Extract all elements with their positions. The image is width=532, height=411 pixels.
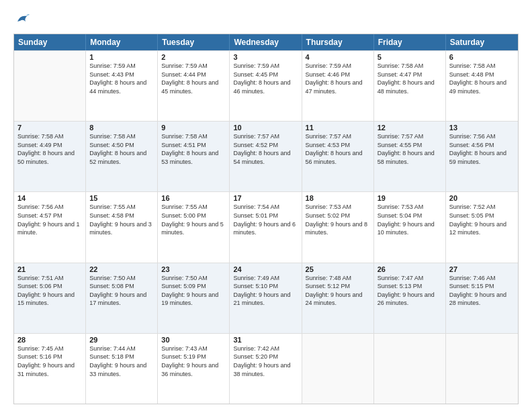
day-number: 29 [89,336,154,344]
calendar-cell: 21Sunrise: 7:51 AM Sunset: 5:06 PM Dayli… [14,263,86,333]
day-info: Sunrise: 7:57 AM Sunset: 4:53 PM Dayligh… [306,132,370,166]
day-info: Sunrise: 7:55 AM Sunset: 4:58 PM Dayligh… [89,203,154,236]
calendar-cell [374,334,446,404]
weekday-header: Saturday [446,34,518,50]
calendar-cell: 13Sunrise: 7:56 AM Sunset: 4:56 PM Dayli… [446,122,518,191]
calendar-cell: 19Sunrise: 7:53 AM Sunset: 5:04 PM Dayli… [374,192,446,262]
day-info: Sunrise: 7:56 AM Sunset: 4:56 PM Dayligh… [449,132,515,166]
calendar-row: 14Sunrise: 7:56 AM Sunset: 4:57 PM Dayli… [14,191,518,262]
day-info: Sunrise: 7:54 AM Sunset: 5:01 PM Dayligh… [233,203,298,236]
day-number: 8 [89,124,154,132]
day-number: 5 [378,53,442,61]
weekday-header: Monday [86,34,158,50]
calendar-cell: 22Sunrise: 7:50 AM Sunset: 5:08 PM Dayli… [86,263,158,333]
day-number: 26 [378,265,442,273]
calendar-row: 21Sunrise: 7:51 AM Sunset: 5:06 PM Dayli… [14,263,518,333]
calendar-cell: 25Sunrise: 7:48 AM Sunset: 5:12 PM Dayli… [302,263,374,333]
day-number: 10 [233,124,298,132]
day-number: 27 [449,265,515,273]
weekday-header: Wednesday [230,34,302,50]
calendar-cell: 14Sunrise: 7:56 AM Sunset: 4:57 PM Dayli… [14,192,86,262]
calendar-cell: 9Sunrise: 7:58 AM Sunset: 4:51 PM Daylig… [158,122,230,191]
day-info: Sunrise: 7:57 AM Sunset: 4:52 PM Dayligh… [233,132,298,166]
calendar-cell: 6Sunrise: 7:58 AM Sunset: 4:48 PM Daylig… [446,51,518,121]
calendar-grid: SundayMondayTuesdayWednesdayThursdayFrid… [13,34,519,404]
day-number: 11 [306,124,370,132]
day-number: 18 [306,194,370,202]
day-info: Sunrise: 7:58 AM Sunset: 4:47 PM Dayligh… [378,62,442,95]
calendar-cell: 27Sunrise: 7:46 AM Sunset: 5:15 PM Dayli… [446,263,518,333]
day-info: Sunrise: 7:56 AM Sunset: 4:57 PM Dayligh… [17,203,82,236]
day-number: 31 [233,336,298,344]
calendar-header: SundayMondayTuesdayWednesdayThursdayFrid… [14,34,518,50]
calendar-cell: 8Sunrise: 7:58 AM Sunset: 4:50 PM Daylig… [86,122,158,191]
day-info: Sunrise: 7:53 AM Sunset: 5:04 PM Dayligh… [378,203,442,236]
day-number: 28 [17,336,82,344]
day-info: Sunrise: 7:58 AM Sunset: 4:51 PM Dayligh… [161,132,226,166]
calendar-row: 28Sunrise: 7:45 AM Sunset: 5:16 PM Dayli… [14,333,518,404]
logo-bird-icon [15,12,30,27]
calendar-cell: 4Sunrise: 7:59 AM Sunset: 4:46 PM Daylig… [302,51,374,121]
calendar-cell: 7Sunrise: 7:58 AM Sunset: 4:49 PM Daylig… [14,122,86,191]
day-info: Sunrise: 7:50 AM Sunset: 5:09 PM Dayligh… [161,274,226,308]
calendar-cell: 2Sunrise: 7:59 AM Sunset: 4:44 PM Daylig… [158,51,230,121]
day-info: Sunrise: 7:59 AM Sunset: 4:46 PM Dayligh… [306,62,370,95]
day-info: Sunrise: 7:45 AM Sunset: 5:16 PM Dayligh… [17,345,82,378]
day-number: 6 [449,53,515,61]
weekday-header: Tuesday [158,34,230,50]
day-number: 2 [161,53,226,61]
calendar-cell: 17Sunrise: 7:54 AM Sunset: 5:01 PM Dayli… [230,192,302,262]
day-info: Sunrise: 7:46 AM Sunset: 5:15 PM Dayligh… [449,274,515,308]
calendar-cell [14,51,86,121]
logo [13,12,30,27]
calendar-cell: 29Sunrise: 7:44 AM Sunset: 5:18 PM Dayli… [86,334,158,404]
day-number: 4 [306,53,370,61]
day-number: 24 [233,265,298,273]
day-info: Sunrise: 7:58 AM Sunset: 4:50 PM Dayligh… [89,132,154,166]
day-info: Sunrise: 7:43 AM Sunset: 5:19 PM Dayligh… [161,345,226,378]
header [13,12,519,27]
calendar-cell: 28Sunrise: 7:45 AM Sunset: 5:16 PM Dayli… [14,334,86,404]
day-info: Sunrise: 7:59 AM Sunset: 4:45 PM Dayligh… [233,62,298,95]
day-number: 9 [161,124,226,132]
calendar-cell: 5Sunrise: 7:58 AM Sunset: 4:47 PM Daylig… [374,51,446,121]
day-number: 7 [17,124,82,132]
day-info: Sunrise: 7:58 AM Sunset: 4:49 PM Dayligh… [17,132,82,166]
calendar-cell: 15Sunrise: 7:55 AM Sunset: 4:58 PM Dayli… [86,192,158,262]
day-info: Sunrise: 7:58 AM Sunset: 4:48 PM Dayligh… [449,62,515,95]
calendar-cell [302,334,374,404]
day-number: 3 [233,53,298,61]
calendar-cell: 31Sunrise: 7:42 AM Sunset: 5:20 PM Dayli… [230,334,302,404]
day-info: Sunrise: 7:52 AM Sunset: 5:05 PM Dayligh… [449,203,515,236]
calendar-body: 1Sunrise: 7:59 AM Sunset: 4:43 PM Daylig… [14,50,518,404]
calendar-cell: 10Sunrise: 7:57 AM Sunset: 4:52 PM Dayli… [230,122,302,191]
calendar-cell: 23Sunrise: 7:50 AM Sunset: 5:09 PM Dayli… [158,263,230,333]
day-number: 23 [161,265,226,273]
calendar-cell: 16Sunrise: 7:55 AM Sunset: 5:00 PM Dayli… [158,192,230,262]
day-info: Sunrise: 7:51 AM Sunset: 5:06 PM Dayligh… [17,274,82,308]
day-number: 19 [378,194,442,202]
day-number: 25 [306,265,370,273]
calendar-cell: 24Sunrise: 7:49 AM Sunset: 5:10 PM Dayli… [230,263,302,333]
calendar-page: SundayMondayTuesdayWednesdayThursdayFrid… [0,0,532,411]
day-number: 20 [449,194,515,202]
calendar-cell: 20Sunrise: 7:52 AM Sunset: 5:05 PM Dayli… [446,192,518,262]
calendar-cell: 30Sunrise: 7:43 AM Sunset: 5:19 PM Dayli… [158,334,230,404]
day-number: 13 [449,124,515,132]
calendar-cell: 1Sunrise: 7:59 AM Sunset: 4:43 PM Daylig… [86,51,158,121]
day-info: Sunrise: 7:48 AM Sunset: 5:12 PM Dayligh… [306,274,370,308]
calendar-row: 1Sunrise: 7:59 AM Sunset: 4:43 PM Daylig… [14,50,518,121]
calendar-cell: 18Sunrise: 7:53 AM Sunset: 5:02 PM Dayli… [302,192,374,262]
day-info: Sunrise: 7:59 AM Sunset: 4:43 PM Dayligh… [89,62,154,95]
day-number: 15 [89,194,154,202]
weekday-header: Thursday [302,34,374,50]
day-info: Sunrise: 7:53 AM Sunset: 5:02 PM Dayligh… [306,203,370,236]
day-info: Sunrise: 7:42 AM Sunset: 5:20 PM Dayligh… [233,345,298,378]
day-number: 12 [378,124,442,132]
calendar-cell [446,334,518,404]
day-info: Sunrise: 7:57 AM Sunset: 4:55 PM Dayligh… [378,132,442,166]
calendar-cell: 11Sunrise: 7:57 AM Sunset: 4:53 PM Dayli… [302,122,374,191]
calendar-row: 7Sunrise: 7:58 AM Sunset: 4:49 PM Daylig… [14,121,518,191]
day-info: Sunrise: 7:49 AM Sunset: 5:10 PM Dayligh… [233,274,298,308]
day-info: Sunrise: 7:55 AM Sunset: 5:00 PM Dayligh… [161,203,226,236]
